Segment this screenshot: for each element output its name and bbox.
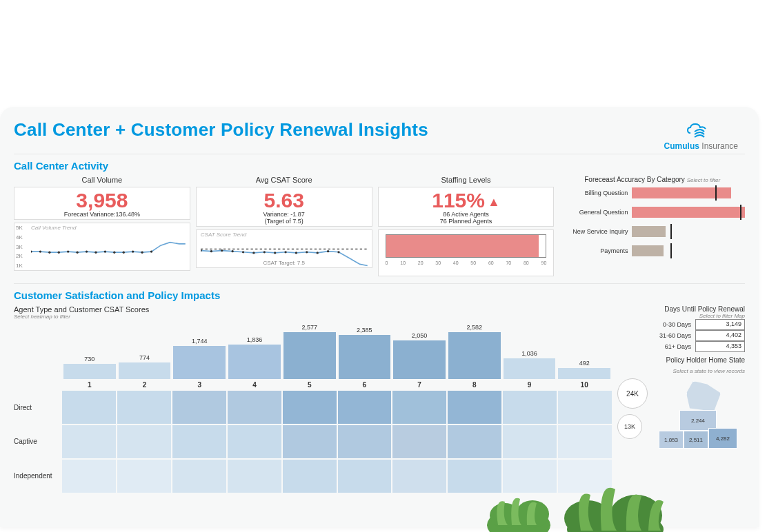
heat-bar[interactable]: 492 <box>557 368 612 379</box>
forecast-label: General Question <box>559 209 632 216</box>
heat-cell[interactable] <box>228 460 281 493</box>
heat-cell[interactable] <box>338 425 392 458</box>
svg-point-12 <box>141 252 143 254</box>
call-volume-trend-title: Call Volume Trend <box>31 225 76 231</box>
brand-logo: Cumulus Insurance <box>664 119 738 151</box>
kpi-csat-sub1: Variance: -1.87 <box>201 211 368 218</box>
heat-cell[interactable] <box>117 425 171 458</box>
heat-cell[interactable] <box>338 391 392 424</box>
heat-bar[interactable]: 2,050 <box>392 340 447 379</box>
heat-cell[interactable] <box>228 391 281 424</box>
summary-circle[interactable]: 13K <box>617 414 642 439</box>
heat-bar[interactable]: 1,836 <box>227 345 282 379</box>
kpi-staffing-sub1: 86 Active Agents <box>383 211 550 218</box>
days-row[interactable]: 61+ Days4,353 <box>617 341 745 352</box>
heat-cell[interactable] <box>62 391 116 424</box>
heat-bar[interactable]: 2,577 <box>282 332 337 379</box>
heat-cell[interactable] <box>558 391 612 424</box>
section-impacts-title: Customer Satisfaction and Policy Impacts <box>14 289 745 301</box>
svg-point-5 <box>76 252 78 254</box>
heat-cell[interactable] <box>117 460 171 493</box>
heat-cell[interactable] <box>62 460 116 493</box>
svg-point-25 <box>306 251 308 253</box>
forecast-label: Billing Question <box>559 190 632 196</box>
kpi-staffing-sub2: 76 Planned Agents <box>383 218 550 225</box>
forecast-row[interactable]: General Question <box>559 203 745 222</box>
call-volume-yticks: 5K4K3K2K1K <box>16 223 23 270</box>
svg-point-6 <box>86 250 88 252</box>
svg-point-1 <box>39 250 41 252</box>
kpi-csat-sub2: (Target of 7.5) <box>201 218 368 225</box>
heat-cell[interactable] <box>172 425 226 458</box>
heat-cell[interactable] <box>172 460 226 493</box>
svg-point-26 <box>316 252 318 254</box>
heat-bar[interactable]: 2,582 <box>447 332 502 379</box>
heat-cell[interactable] <box>228 425 281 458</box>
kpi-csat-title: Avg CSAT Score <box>196 176 372 184</box>
svg-point-22 <box>274 252 276 254</box>
kpi-csat-value: 5.63 <box>201 190 368 211</box>
kpi-call-volume-title: Call Volume <box>14 176 190 184</box>
svg-point-3 <box>58 252 60 254</box>
days-hint: Select to filter Map <box>617 313 745 319</box>
svg-point-27 <box>327 250 329 252</box>
forecast-hint: Select to filter <box>687 177 720 183</box>
call-volume-trend[interactable]: 5K4K3K2K1K Call Volume Trend <box>14 223 190 271</box>
forecast-row[interactable]: Billing Question <box>559 183 745 203</box>
svg-point-23 <box>284 251 286 253</box>
csat-target-label: CSAT Target: 7.5 <box>263 260 304 266</box>
heat-cell[interactable] <box>62 425 116 458</box>
staffing-axis: 0102030405060708090 <box>381 260 551 265</box>
heat-cell[interactable] <box>283 391 337 424</box>
state-map[interactable]: 2,244 1,853 2,511 4,282 <box>652 378 745 454</box>
heat-cell[interactable] <box>338 460 392 493</box>
divider <box>14 283 745 284</box>
heat-cell[interactable] <box>392 425 446 458</box>
map-hint: Select a state to view records <box>617 368 745 374</box>
svg-point-8 <box>104 250 106 252</box>
heat-bar[interactable]: 2,385 <box>337 335 392 379</box>
heat-bar[interactable]: 730 <box>62 364 117 379</box>
forecast-row[interactable]: New Service Inquiry <box>559 222 745 241</box>
heat-cell[interactable] <box>117 391 171 424</box>
brand-name-b: Insurance <box>701 141 738 151</box>
svg-point-15 <box>201 249 202 252</box>
days-row[interactable]: 0-30 Days3,149 <box>617 319 745 330</box>
svg-point-2 <box>48 252 50 254</box>
days-row[interactable]: 31-60 Days4,402 <box>617 330 745 341</box>
heat-cell[interactable] <box>172 391 226 424</box>
kpi-staffing-title: Staffing Levels <box>378 176 555 184</box>
page-title: Call Center + Customer Policy Renewal In… <box>14 119 428 141</box>
svg-point-0 <box>31 250 32 252</box>
svg-point-4 <box>67 250 69 252</box>
heatmap-row-labels: DirectCaptiveIndependent <box>14 391 62 493</box>
forecast-row[interactable]: Payments <box>559 241 745 260</box>
csat-trend[interactable]: CSAT Score Trend CSAT Target: 7.5 <box>196 229 372 268</box>
kpi-staffing[interactable]: 115%▲ 86 Active Agents 76 Planned Agents <box>378 187 555 227</box>
svg-point-21 <box>263 251 265 253</box>
heat-cell[interactable] <box>503 391 557 424</box>
heat-bar[interactable]: 1,036 <box>502 358 557 379</box>
heat-bar[interactable]: 774 <box>117 362 172 379</box>
staffing-chart[interactable]: 0102030405060708090 <box>378 229 555 276</box>
kpi-csat[interactable]: 5.63 Variance: -1.87 (Target of 7.5) <box>196 187 372 227</box>
svg-point-11 <box>132 250 134 252</box>
heat-cell[interactable] <box>448 391 501 424</box>
summary-circle[interactable]: 24K <box>617 378 648 409</box>
kpi-call-volume-sub: Forecast Variance:136.48% <box>19 211 186 218</box>
heatmap-bars[interactable]: 7307741,7441,8362,5772,3852,0502,5821,03… <box>62 324 612 379</box>
svg-point-16 <box>210 250 212 252</box>
svg-point-18 <box>231 250 233 252</box>
call-volume-sparkline <box>31 232 186 270</box>
heatmap-col-headers: 12345678910 <box>62 379 612 391</box>
heat-cell[interactable] <box>283 425 337 458</box>
svg-point-9 <box>113 252 115 254</box>
kpi-call-volume[interactable]: 3,958 Forecast Variance:136.48% <box>14 187 190 220</box>
heat-cell[interactable] <box>283 460 337 493</box>
heat-cell[interactable] <box>392 460 446 493</box>
forecast-title: Foreceast Accuracy By Category <box>584 176 685 183</box>
svg-point-13 <box>150 250 152 252</box>
heat-cell[interactable] <box>392 391 446 424</box>
forecast-accuracy[interactable]: Foreceast Accuracy By Category Select to… <box>559 176 745 276</box>
heat-bar[interactable]: 1,744 <box>172 346 227 379</box>
